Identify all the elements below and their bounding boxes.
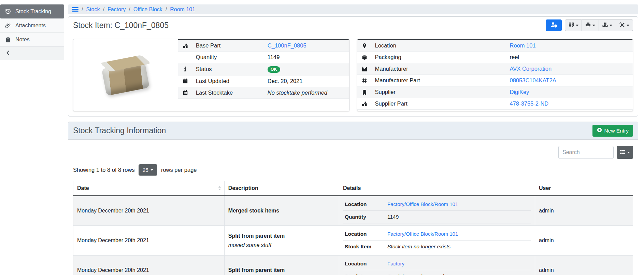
page-size-value: 25	[143, 167, 148, 173]
plus-circle-icon	[597, 127, 602, 134]
base-part-link[interactable]: C_100nF_0805	[268, 42, 306, 49]
entry-user: admin	[535, 256, 633, 275]
sidebar-item-label: Attachments	[15, 23, 46, 29]
entry-note: moved some stuff	[228, 242, 335, 248]
location-link[interactable]: Room 101	[510, 42, 536, 49]
stock-item-detail-card: Base Part C_100nF_0805 Quantity 1149 Sta…	[73, 39, 349, 111]
printer-icon	[585, 22, 591, 29]
detail-label: Manufacturer Part	[372, 75, 506, 86]
breadcrumb-separator: /	[103, 6, 104, 13]
caret-down-icon	[592, 25, 595, 26]
detail-value: Stock item no longer exists	[387, 244, 450, 250]
detail-key: Quantity	[345, 214, 387, 220]
entry-date: Monday December 20th 2021	[73, 256, 225, 275]
detail-label: Base Part	[192, 40, 264, 52]
last-updated-value: Dec. 20, 2021	[268, 78, 303, 84]
columns-button[interactable]	[617, 146, 633, 159]
table-row: Monday December 20th 2021 Split from par…	[73, 226, 633, 256]
chevron-left-icon	[5, 50, 11, 57]
sidebar-item-notes[interactable]: Notes	[0, 32, 64, 46]
search-input[interactable]	[558, 146, 614, 159]
list-columns-icon	[620, 149, 625, 156]
sidebar-item-stock-tracking[interactable]: Stock Tracking	[0, 4, 64, 18]
column-header-date[interactable]: Date	[73, 181, 225, 196]
sidebar-item-attachments[interactable]: Attachments	[0, 18, 64, 32]
breadcrumb-separator: /	[82, 6, 83, 13]
manufacturer-link[interactable]: AVX Corporation	[510, 66, 552, 72]
history-icon	[5, 9, 11, 14]
new-entry-button[interactable]: New Entry	[592, 125, 633, 137]
map-marker-icon	[362, 43, 368, 49]
detail-label: Manufacturer	[372, 63, 506, 75]
entry-date: Monday December 20th 2021	[73, 226, 225, 256]
calendar-icon	[183, 78, 189, 84]
user-shield-icon	[550, 22, 557, 29]
print-actions-button[interactable]	[582, 19, 599, 31]
supplier-link[interactable]: DigiKey	[510, 89, 529, 95]
stock-item-toolbar	[546, 19, 633, 31]
detail-label: Supplier Part	[372, 98, 506, 110]
supplier-part-link[interactable]: 478-3755-2-ND	[510, 100, 549, 107]
admin-button[interactable]	[546, 19, 562, 31]
rows-per-page-label: rows per page	[161, 167, 197, 173]
column-header-user[interactable]: User	[535, 181, 633, 196]
detail-location-link[interactable]: Factory/Office Block/Room 101	[387, 231, 458, 237]
stock-actions-button[interactable]	[599, 19, 616, 31]
part-thumbnail[interactable]	[73, 39, 178, 111]
clipboard-icon	[5, 37, 11, 43]
sidebar-collapse-button[interactable]	[0, 46, 64, 60]
info-icon	[183, 66, 189, 72]
stock-item-panel: Stock Item: C_100nF_0805	[68, 16, 638, 116]
caret-down-icon	[627, 25, 629, 26]
breadcrumb-link-stock[interactable]: Stock	[86, 6, 100, 13]
stock-item-location-card: Location Room 101 Packaging reel Manufac…	[357, 39, 633, 111]
detail-value: Stock item no longer exists	[387, 273, 450, 275]
page-size-dropdown[interactable]: 25	[139, 164, 157, 176]
hashtag-icon	[362, 78, 368, 83]
calendar-icon	[183, 90, 189, 95]
section-title: Stock Tracking Information	[73, 126, 166, 135]
boxes-icon	[602, 22, 608, 29]
edit-actions-button[interactable]	[616, 19, 633, 31]
table-row: Monday December 20th 2021 Split from par…	[73, 256, 633, 275]
breadcrumb: / Stock / Factory / Office Block / Room …	[68, 4, 638, 14]
last-stocktake-value: No stocktake performed	[268, 90, 327, 96]
breadcrumb-link-factory[interactable]: Factory	[108, 6, 126, 13]
stock-item-source-table: Location Room 101 Packaging reel Manufac…	[357, 39, 633, 110]
shapes-icon	[183, 43, 189, 49]
detail-key: Stock Item	[345, 273, 387, 275]
detail-label: Packaging	[372, 52, 506, 63]
showing-rows-text: Showing 1 to 8 of 8 rows	[73, 167, 135, 173]
detail-location-link[interactable]: Factory/Office Block/Room 101	[387, 201, 458, 207]
entry-description: Merged stock items	[228, 208, 279, 214]
detail-label: Quantity	[192, 52, 264, 63]
entry-description: Split from parent item	[228, 233, 285, 239]
menu-icon[interactable]	[72, 7, 78, 12]
sidebar-item-label: Notes	[15, 37, 30, 43]
column-header-details[interactable]: Details	[339, 181, 535, 196]
detail-location-link[interactable]: Factory	[387, 261, 404, 266]
breadcrumb-link-office-block[interactable]: Office Block	[133, 6, 162, 13]
factory-icon	[362, 66, 368, 72]
detail-label: Last Updated	[192, 75, 264, 87]
entry-date: Monday December 20th 2021	[73, 196, 225, 226]
status-badge: OK	[268, 66, 280, 73]
breadcrumb-link-room-101[interactable]: Room 101	[170, 6, 195, 13]
sort-icon	[218, 186, 221, 191]
detail-label: Last Stocktake	[192, 87, 264, 98]
detail-key: Location	[345, 261, 387, 267]
box-icon	[362, 55, 368, 60]
entry-description: Split from parent item	[228, 267, 285, 273]
shapes-icon	[362, 101, 368, 107]
detail-key: Stock Item	[345, 244, 387, 250]
manufacturer-part-link[interactable]: 08053C104KAT2A	[510, 77, 556, 83]
building-icon	[362, 90, 368, 95]
caret-down-icon	[151, 169, 153, 171]
column-header-description[interactable]: Description	[224, 181, 339, 196]
detail-key: Location	[345, 231, 387, 237]
qrcode-icon	[569, 22, 574, 29]
barcode-actions-button[interactable]	[565, 19, 582, 31]
caret-down-icon	[576, 25, 578, 26]
breadcrumb-separator: /	[166, 6, 167, 13]
detail-label: Location	[372, 40, 506, 52]
